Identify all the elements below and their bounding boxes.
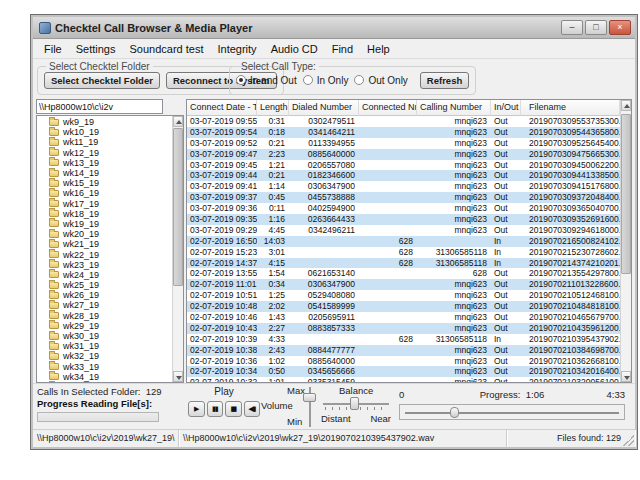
table-scrollbar[interactable] [620, 100, 631, 382]
column-header-length[interactable]: Length [257, 100, 289, 116]
previous-button[interactable]: ◀▮ [244, 401, 261, 417]
tree-item-wk15-19[interactable]: wk15_19 [37, 178, 172, 188]
tree-item-wk27-19[interactable]: wk27_19 [37, 300, 172, 310]
scroll-up-icon[interactable] [173, 116, 183, 127]
table-row[interactable]: 03-07-2019 09:35:261:160263664433mnqi623… [187, 214, 620, 225]
table-row[interactable]: 03-07-2019 09:52:560:210113394955mnqi623… [187, 138, 620, 149]
scroll-down-icon[interactable] [173, 371, 183, 382]
tree-item-wk9-19[interactable]: wk9_19 [37, 117, 172, 127]
resize-grip[interactable] [623, 435, 634, 446]
column-header-in-out[interactable]: In/Out [491, 100, 521, 116]
tree-item-wk11-19[interactable]: wk11_19 [37, 137, 172, 147]
table-row[interactable]: 03-07-2019 09:44:130:210182346600mnqi623… [187, 170, 620, 181]
balance-slider-thumb[interactable] [350, 397, 359, 410]
table-row[interactable]: 02-07-2019 11:01:320:340306347900mnqi623… [187, 279, 620, 290]
tree-item-wk32-19[interactable]: wk32_19 [37, 351, 172, 361]
table-row[interactable]: 02-07-2019 15:23:073:0162831306585118In2… [187, 247, 620, 258]
table-row[interactable]: 03-07-2019 09:41:511:140306347900mnqi623… [187, 181, 620, 192]
progress-slider-thumb[interactable] [450, 407, 459, 418]
minimize-button[interactable]: – [561, 20, 583, 35]
table-row[interactable]: 02-07-2019 14:37:424:1562831306585118In2… [187, 258, 620, 269]
play-button[interactable]: ▶ [188, 401, 205, 417]
column-header-calling-number[interactable]: Calling Number [417, 100, 491, 116]
folder-path-input[interactable] [36, 99, 163, 114]
tree-item-wk31-19[interactable]: wk31_19 [37, 341, 172, 351]
menu-item-find[interactable]: Find [325, 41, 360, 57]
table-row[interactable]: 03-07-2019 09:36:500:110402594900mnqi623… [187, 203, 620, 214]
menu-item-file[interactable]: File [37, 41, 69, 57]
tree-item-wk23-19[interactable]: wk23_19 [37, 260, 172, 270]
column-header-filename[interactable]: Filename [521, 100, 620, 116]
table-row[interactable]: 02-07-2019 10:32:001:010335315459mnqi623… [187, 377, 620, 382]
tree-item-wk18-19[interactable]: wk18_19 [37, 209, 172, 219]
table-row[interactable]: 02-07-2019 10:43:592:270883857333mnqi623… [187, 323, 620, 334]
tree-item-wk34-19[interactable]: wk34_19 [37, 372, 172, 382]
menu-item-soundcard-test[interactable]: Soundcard test [122, 41, 210, 57]
table-row[interactable]: 02-07-2019 10:51:241:250529408080mnqi623… [187, 290, 620, 301]
cell: 03-07-2019 09:36:50 [187, 203, 257, 214]
maximize-button[interactable]: □ [585, 20, 607, 35]
tree-item-wk25-19[interactable]: wk25_19 [37, 280, 172, 290]
column-header-dialed-number[interactable]: Dialed Number [289, 100, 359, 116]
cell: 03-07-2019 09:55:37 [187, 116, 257, 127]
tree-item-wk20-19[interactable]: wk20_19 [37, 229, 172, 239]
scroll-down-icon[interactable] [621, 371, 631, 382]
table-row[interactable]: 02-07-2019 10:48:482:020541589999mnqi623… [187, 301, 620, 312]
scroll-up-icon[interactable] [621, 100, 631, 111]
table-row[interactable]: 02-07-2019 10:36:261:020885640000mnqi623… [187, 356, 620, 367]
table-row[interactable]: 02-07-2019 16:50:0814:03628In20190702165… [187, 236, 620, 247]
tree-scrollbar[interactable] [172, 116, 183, 382]
menu-item-help[interactable]: Help [360, 41, 397, 57]
table-row[interactable]: 02-07-2019 10:46:561:430205695911mnqi623… [187, 312, 620, 323]
radio-out-only[interactable]: Out Only [354, 75, 407, 86]
table-row[interactable]: 02-07-2019 10:39:544:3362831306585118In2… [187, 334, 620, 345]
volume-slider-thumb[interactable] [303, 393, 316, 402]
cell: mnqi623 [417, 290, 491, 301]
table-row[interactable]: 03-07-2019 09:54:430:180341464211mnqi623… [187, 127, 620, 138]
radio-in-and-out[interactable]: In and Out [236, 75, 297, 86]
menu-item-integrity[interactable]: Integrity [210, 41, 263, 57]
progress-slider[interactable] [399, 404, 625, 420]
select-folder-button[interactable]: Select Checktel Folder [44, 72, 160, 89]
tree-item-wk33-19[interactable]: wk33_19 [37, 362, 172, 372]
table-scrollbar-thumb[interactable] [621, 114, 631, 274]
tree-item-wk22-19[interactable]: wk22_19 [37, 249, 172, 259]
reading-progress-bar [37, 412, 159, 422]
tree-item-wk28-19[interactable]: wk28_19 [37, 311, 172, 321]
title-bar[interactable]: Checktel Call Browser & Media Player – □… [33, 17, 635, 39]
balance-control: Balance Distant Near [321, 385, 391, 429]
table-row[interactable]: 03-07-2019 09:55:370:310302479511mnqi623… [187, 116, 620, 127]
tree-item-wk29-19[interactable]: wk29_19 [37, 321, 172, 331]
tree-scrollbar-thumb[interactable] [173, 128, 183, 286]
folder-icon [49, 373, 59, 380]
tree-item-wk26-19[interactable]: wk26_19 [37, 290, 172, 300]
table-row[interactable]: 03-07-2019 09:47:562:230885640000mnqi623… [187, 149, 620, 160]
close-button[interactable]: × [609, 20, 631, 35]
tree-item-wk30-19[interactable]: wk30_19 [37, 331, 172, 341]
table-row[interactable]: 03-07-2019 09:45:001:210206557080mnqi623… [187, 160, 620, 171]
stop-button[interactable]: ■ [225, 401, 242, 417]
tree-item-wk17-19[interactable]: wk17_19 [37, 199, 172, 209]
tree-item-wk12-19[interactable]: wk12_19 [37, 148, 172, 158]
table-row[interactable]: 03-07-2019 09:37:200:450455738888mnqi623… [187, 192, 620, 203]
cell: mnqi623 [417, 225, 491, 236]
cell: 31306585118 [417, 247, 491, 258]
radio-in-only[interactable]: In Only [303, 75, 349, 86]
tree-item-wk24-19[interactable]: wk24_19 [37, 270, 172, 280]
tree-item-wk10-19[interactable]: wk10_19 [37, 127, 172, 137]
refresh-button[interactable]: Refresh [420, 72, 469, 89]
pause-button[interactable]: ▮▮ [207, 401, 224, 417]
tree-item-wk13-19[interactable]: wk13_19 [37, 158, 172, 168]
column-header-connected-nr-[interactable]: Connected Nr. [359, 100, 417, 116]
table-row[interactable]: 02-07-2019 10:38:462:430884477777mnqi623… [187, 345, 620, 356]
menu-item-audio-cd[interactable]: Audio CD [264, 41, 325, 57]
tree-item-wk21-19[interactable]: wk21_19 [37, 239, 172, 249]
table-row[interactable]: 02-07-2019 10:34:200:500345656666mnqi623… [187, 366, 620, 377]
table-row[interactable]: 02-07-2019 13:55:421:540621653140628Out2… [187, 268, 620, 279]
tree-item-wk19-19[interactable]: wk19_19 [37, 219, 172, 229]
menu-item-settings[interactable]: Settings [69, 41, 123, 57]
table-row[interactable]: 03-07-2019 09:29:464:450342496211mnqi623… [187, 225, 620, 236]
tree-item-wk14-19[interactable]: wk14_19 [37, 168, 172, 178]
tree-item-wk16-19[interactable]: wk16_19 [37, 188, 172, 198]
column-header-connect-date-time[interactable]: Connect Date - Time [187, 100, 257, 116]
